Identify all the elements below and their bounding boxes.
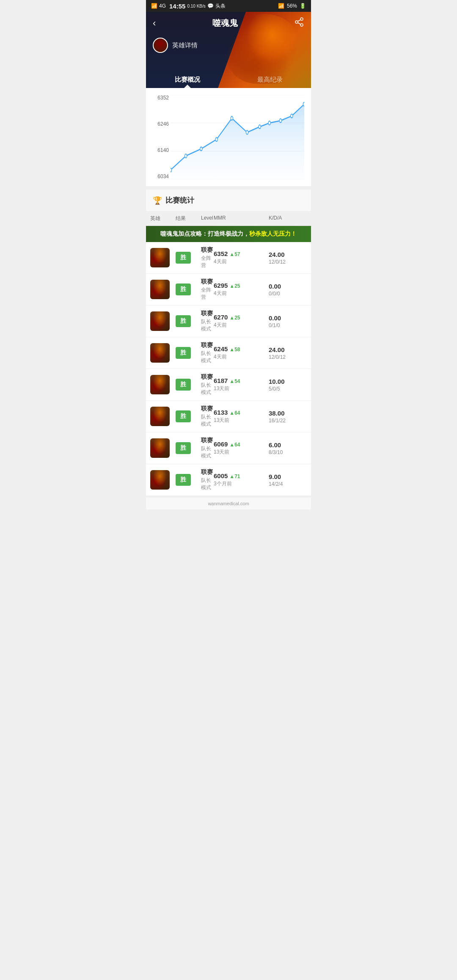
wifi-icon: 📶 bbox=[278, 3, 284, 9]
kda-cell: 24.0012/0/12 bbox=[269, 251, 307, 265]
match-row[interactable]: 胜联赛队长模式6187 ▲5413天前10.005/0/5 bbox=[146, 369, 311, 401]
status-bar: 📶 4G 14:55 0.10 KB/s 💬 头条 📶 56% 🔋 bbox=[146, 0, 311, 12]
hero-icon bbox=[150, 280, 176, 299]
match-row[interactable]: 胜联赛队长模式6245 ▲584天前24.0012/0/12 bbox=[146, 337, 311, 369]
mmr-cell: 6133 ▲6413天前 bbox=[214, 409, 269, 424]
mmr-cell: 6295 ▲254天前 bbox=[214, 282, 269, 297]
result-cell: 胜 bbox=[176, 474, 201, 486]
status-right: 📶 56% 🔋 bbox=[278, 3, 306, 9]
mmr-cell: 6352 ▲574天前 bbox=[214, 250, 269, 265]
mmr-cell: 6187 ▲5413天前 bbox=[214, 377, 269, 392]
network-type: 4G bbox=[159, 3, 166, 9]
result-cell: 胜 bbox=[176, 252, 201, 264]
signal-bars: 📶 bbox=[151, 3, 157, 9]
chart-plot bbox=[171, 95, 304, 179]
svg-point-0 bbox=[300, 18, 303, 20]
notification-icon: 💬 bbox=[207, 3, 214, 9]
hero-header: ‹ 噬魂鬼 英雄详情 比赛概况 最高纪录 bbox=[146, 12, 311, 88]
kda-cell: 24.0012/0/12 bbox=[269, 346, 307, 360]
match-row[interactable]: 胜联赛队长模式6005 ▲713个月前9.0014/2/4 bbox=[146, 464, 311, 496]
svg-point-1 bbox=[295, 21, 298, 23]
kda-cell: 9.0014/2/4 bbox=[269, 473, 307, 487]
result-cell: 胜 bbox=[176, 347, 201, 359]
app-label: 头条 bbox=[215, 3, 226, 10]
hero-icon bbox=[150, 438, 176, 458]
match-row[interactable]: 胜联赛队长模式6069 ▲6413天前6.008/3/10 bbox=[146, 432, 311, 464]
chart-svg bbox=[171, 95, 304, 179]
svg-point-9 bbox=[171, 168, 172, 172]
hero-detail-label[interactable]: 英雄详情 bbox=[172, 41, 198, 50]
chart-wrap: 6352 6246 6140 6034 bbox=[153, 95, 304, 179]
match-type-cell: 联赛队长模式 bbox=[201, 341, 214, 364]
svg-point-16 bbox=[268, 121, 270, 125]
match-row[interactable]: 胜联赛队长模式6133 ▲6413天前38.0016/1/22 bbox=[146, 401, 311, 432]
kda-cell: 38.0016/1/22 bbox=[269, 410, 307, 424]
back-button[interactable]: ‹ bbox=[153, 18, 156, 29]
svg-point-13 bbox=[231, 116, 233, 120]
hero-icon bbox=[150, 343, 176, 363]
battery-percent: 56% bbox=[287, 3, 297, 9]
svg-point-2 bbox=[300, 24, 303, 26]
svg-point-14 bbox=[246, 130, 248, 134]
hero-icon bbox=[150, 375, 176, 394]
match-type-cell: 联赛队长模式 bbox=[201, 468, 214, 491]
status-left: 📶 4G 14:55 0.10 KB/s 💬 头条 bbox=[151, 3, 226, 10]
kda-cell: 10.005/0/5 bbox=[269, 378, 307, 392]
battery-icon: 🔋 bbox=[300, 3, 306, 9]
match-type-cell: 联赛队长模式 bbox=[201, 437, 214, 460]
hero-avatar-small bbox=[153, 38, 168, 53]
chart-y-axis: 6352 6246 6140 6034 bbox=[153, 95, 169, 179]
kda-cell: 0.000/1/0 bbox=[269, 314, 307, 328]
kda-cell: 0.000/0/0 bbox=[269, 283, 307, 297]
svg-point-15 bbox=[259, 125, 261, 129]
mmr-chart: 6352 6246 6140 6034 bbox=[146, 88, 311, 186]
match-row[interactable]: 胜联赛队长模式6270 ▲254天前0.000/1/0 bbox=[146, 306, 311, 337]
kda-cell: 6.008/3/10 bbox=[269, 441, 307, 455]
svg-point-17 bbox=[279, 119, 281, 123]
match-type-cell: 联赛队长模式 bbox=[201, 310, 214, 333]
hero-icon bbox=[150, 311, 176, 331]
svg-point-10 bbox=[185, 154, 187, 158]
mmr-cell: 6069 ▲6413天前 bbox=[214, 440, 269, 456]
page-title: 噬魂鬼 bbox=[212, 17, 238, 29]
hero-icon bbox=[150, 248, 176, 267]
mmr-cell: 6270 ▲254天前 bbox=[214, 314, 269, 329]
ad-banner[interactable]: 噬魂鬼加点攻略：打造终极战力，秒杀敌人无压力！ bbox=[146, 226, 311, 242]
table-header: 英雄 结果 Level MMR K/D/A bbox=[146, 212, 311, 226]
hero-info-row: 英雄详情 bbox=[146, 34, 311, 56]
result-cell: 胜 bbox=[176, 410, 201, 422]
match-type-cell: 联赛全阵营 bbox=[201, 278, 214, 301]
svg-point-12 bbox=[215, 138, 217, 141]
match-row[interactable]: 胜联赛全阵营6352 ▲574天前24.0012/0/12 bbox=[146, 242, 311, 274]
stats-header: 🏆 比赛统计 bbox=[146, 190, 311, 212]
stats-section: 🏆 比赛统计 英雄 结果 Level MMR K/D/A 噬魂鬼加点攻略：打造终… bbox=[146, 190, 311, 496]
speed: 0.10 KB/s bbox=[187, 4, 205, 8]
header-nav: ‹ 噬魂鬼 bbox=[146, 12, 311, 34]
mmr-cell: 6245 ▲584天前 bbox=[214, 345, 269, 361]
hero-icon bbox=[150, 470, 176, 490]
match-type-cell: 联赛全阵营 bbox=[201, 246, 214, 269]
match-row[interactable]: 胜联赛全阵营6295 ▲254天前0.000/0/0 bbox=[146, 274, 311, 306]
hero-icon bbox=[150, 407, 176, 426]
svg-point-11 bbox=[200, 147, 202, 151]
time: 14:55 bbox=[169, 3, 185, 10]
mmr-cell: 6005 ▲713个月前 bbox=[214, 472, 269, 487]
tab-high-record[interactable]: 最高纪录 bbox=[228, 72, 311, 88]
watermark: wanmamedical.com bbox=[146, 498, 311, 509]
result-cell: 胜 bbox=[176, 442, 201, 454]
trophy-icon: 🏆 bbox=[153, 196, 162, 205]
stats-title: 比赛统计 bbox=[165, 195, 194, 205]
svg-point-19 bbox=[303, 102, 304, 106]
svg-line-3 bbox=[298, 23, 301, 25]
result-cell: 胜 bbox=[176, 315, 201, 327]
match-type-cell: 联赛队长模式 bbox=[201, 373, 214, 396]
result-cell: 胜 bbox=[176, 379, 201, 391]
share-button[interactable] bbox=[294, 17, 304, 29]
result-cell: 胜 bbox=[176, 284, 201, 295]
tab-match-overview[interactable]: 比赛概况 bbox=[146, 72, 228, 88]
tabs-bar: 比赛概况 最高纪录 bbox=[146, 72, 311, 88]
match-list: 胜联赛全阵营6352 ▲574天前24.0012/0/12胜联赛全阵营6295 … bbox=[146, 242, 311, 496]
match-type-cell: 联赛队长模式 bbox=[201, 405, 214, 428]
svg-line-4 bbox=[298, 20, 301, 22]
svg-point-18 bbox=[291, 114, 293, 118]
